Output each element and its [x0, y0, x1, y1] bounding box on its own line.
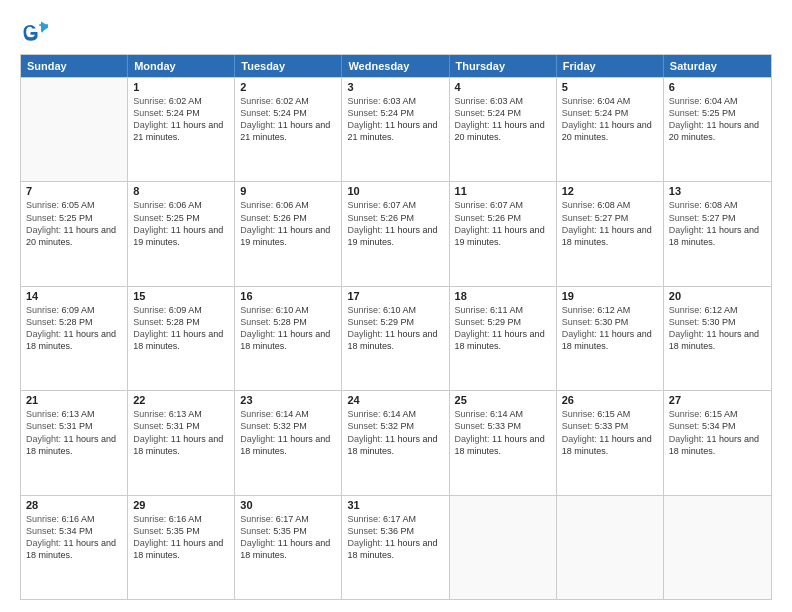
calendar-cell — [21, 78, 128, 181]
calendar-week-3: 14 Sunrise: 6:09 AM Sunset: 5:28 PM Dayl… — [21, 286, 771, 390]
calendar-cell: 21 Sunrise: 6:13 AM Sunset: 5:31 PM Dayl… — [21, 391, 128, 494]
day-number: 2 — [240, 81, 336, 93]
day-info: Sunrise: 6:08 AM Sunset: 5:27 PM Dayligh… — [669, 199, 766, 248]
day-number: 13 — [669, 185, 766, 197]
calendar-cell: 13 Sunrise: 6:08 AM Sunset: 5:27 PM Dayl… — [664, 182, 771, 285]
header-cell-monday: Monday — [128, 55, 235, 77]
day-number: 16 — [240, 290, 336, 302]
day-number: 10 — [347, 185, 443, 197]
day-number: 20 — [669, 290, 766, 302]
day-info: Sunrise: 6:07 AM Sunset: 5:26 PM Dayligh… — [347, 199, 443, 248]
day-info: Sunrise: 6:14 AM Sunset: 5:32 PM Dayligh… — [347, 408, 443, 457]
day-info: Sunrise: 6:07 AM Sunset: 5:26 PM Dayligh… — [455, 199, 551, 248]
day-info: Sunrise: 6:17 AM Sunset: 5:36 PM Dayligh… — [347, 513, 443, 562]
calendar-header: SundayMondayTuesdayWednesdayThursdayFrid… — [21, 55, 771, 77]
calendar-cell: 28 Sunrise: 6:16 AM Sunset: 5:34 PM Dayl… — [21, 496, 128, 599]
calendar-cell: 11 Sunrise: 6:07 AM Sunset: 5:26 PM Dayl… — [450, 182, 557, 285]
day-info: Sunrise: 6:06 AM Sunset: 5:25 PM Dayligh… — [133, 199, 229, 248]
calendar-cell: 17 Sunrise: 6:10 AM Sunset: 5:29 PM Dayl… — [342, 287, 449, 390]
header-cell-thursday: Thursday — [450, 55, 557, 77]
day-info: Sunrise: 6:03 AM Sunset: 5:24 PM Dayligh… — [455, 95, 551, 144]
calendar-body: 1 Sunrise: 6:02 AM Sunset: 5:24 PM Dayli… — [21, 77, 771, 599]
day-number: 24 — [347, 394, 443, 406]
day-info: Sunrise: 6:06 AM Sunset: 5:26 PM Dayligh… — [240, 199, 336, 248]
day-info: Sunrise: 6:05 AM Sunset: 5:25 PM Dayligh… — [26, 199, 122, 248]
calendar-cell: 9 Sunrise: 6:06 AM Sunset: 5:26 PM Dayli… — [235, 182, 342, 285]
day-number: 17 — [347, 290, 443, 302]
day-info: Sunrise: 6:04 AM Sunset: 5:24 PM Dayligh… — [562, 95, 658, 144]
calendar-week-2: 7 Sunrise: 6:05 AM Sunset: 5:25 PM Dayli… — [21, 181, 771, 285]
header — [20, 18, 772, 46]
calendar-week-1: 1 Sunrise: 6:02 AM Sunset: 5:24 PM Dayli… — [21, 77, 771, 181]
logo-icon — [20, 18, 48, 46]
calendar-cell: 20 Sunrise: 6:12 AM Sunset: 5:30 PM Dayl… — [664, 287, 771, 390]
header-cell-wednesday: Wednesday — [342, 55, 449, 77]
day-info: Sunrise: 6:12 AM Sunset: 5:30 PM Dayligh… — [562, 304, 658, 353]
day-info: Sunrise: 6:09 AM Sunset: 5:28 PM Dayligh… — [26, 304, 122, 353]
day-number: 19 — [562, 290, 658, 302]
day-info: Sunrise: 6:17 AM Sunset: 5:35 PM Dayligh… — [240, 513, 336, 562]
day-number: 31 — [347, 499, 443, 511]
day-number: 28 — [26, 499, 122, 511]
calendar-cell: 8 Sunrise: 6:06 AM Sunset: 5:25 PM Dayli… — [128, 182, 235, 285]
calendar-cell: 12 Sunrise: 6:08 AM Sunset: 5:27 PM Dayl… — [557, 182, 664, 285]
day-number: 1 — [133, 81, 229, 93]
day-number: 18 — [455, 290, 551, 302]
day-info: Sunrise: 6:03 AM Sunset: 5:24 PM Dayligh… — [347, 95, 443, 144]
day-number: 22 — [133, 394, 229, 406]
day-number: 11 — [455, 185, 551, 197]
svg-marker-1 — [41, 22, 48, 33]
day-number: 4 — [455, 81, 551, 93]
calendar-cell: 23 Sunrise: 6:14 AM Sunset: 5:32 PM Dayl… — [235, 391, 342, 494]
calendar-cell — [557, 496, 664, 599]
day-info: Sunrise: 6:02 AM Sunset: 5:24 PM Dayligh… — [133, 95, 229, 144]
calendar-cell: 15 Sunrise: 6:09 AM Sunset: 5:28 PM Dayl… — [128, 287, 235, 390]
header-cell-sunday: Sunday — [21, 55, 128, 77]
day-info: Sunrise: 6:04 AM Sunset: 5:25 PM Dayligh… — [669, 95, 766, 144]
day-number: 12 — [562, 185, 658, 197]
day-info: Sunrise: 6:16 AM Sunset: 5:35 PM Dayligh… — [133, 513, 229, 562]
day-number: 9 — [240, 185, 336, 197]
calendar-cell: 25 Sunrise: 6:14 AM Sunset: 5:33 PM Dayl… — [450, 391, 557, 494]
header-cell-saturday: Saturday — [664, 55, 771, 77]
day-number: 27 — [669, 394, 766, 406]
day-info: Sunrise: 6:10 AM Sunset: 5:29 PM Dayligh… — [347, 304, 443, 353]
day-info: Sunrise: 6:12 AM Sunset: 5:30 PM Dayligh… — [669, 304, 766, 353]
day-info: Sunrise: 6:02 AM Sunset: 5:24 PM Dayligh… — [240, 95, 336, 144]
calendar-cell: 22 Sunrise: 6:13 AM Sunset: 5:31 PM Dayl… — [128, 391, 235, 494]
day-number: 3 — [347, 81, 443, 93]
calendar-cell: 10 Sunrise: 6:07 AM Sunset: 5:26 PM Dayl… — [342, 182, 449, 285]
calendar-cell: 18 Sunrise: 6:11 AM Sunset: 5:29 PM Dayl… — [450, 287, 557, 390]
calendar-cell — [664, 496, 771, 599]
day-number: 5 — [562, 81, 658, 93]
day-number: 8 — [133, 185, 229, 197]
calendar-week-4: 21 Sunrise: 6:13 AM Sunset: 5:31 PM Dayl… — [21, 390, 771, 494]
calendar-cell: 26 Sunrise: 6:15 AM Sunset: 5:33 PM Dayl… — [557, 391, 664, 494]
day-info: Sunrise: 6:14 AM Sunset: 5:32 PM Dayligh… — [240, 408, 336, 457]
day-number: 29 — [133, 499, 229, 511]
calendar-cell: 31 Sunrise: 6:17 AM Sunset: 5:36 PM Dayl… — [342, 496, 449, 599]
day-info: Sunrise: 6:16 AM Sunset: 5:34 PM Dayligh… — [26, 513, 122, 562]
day-number: 21 — [26, 394, 122, 406]
calendar-cell: 6 Sunrise: 6:04 AM Sunset: 5:25 PM Dayli… — [664, 78, 771, 181]
calendar-cell: 2 Sunrise: 6:02 AM Sunset: 5:24 PM Dayli… — [235, 78, 342, 181]
page: SundayMondayTuesdayWednesdayThursdayFrid… — [0, 0, 792, 612]
calendar-cell: 7 Sunrise: 6:05 AM Sunset: 5:25 PM Dayli… — [21, 182, 128, 285]
day-info: Sunrise: 6:13 AM Sunset: 5:31 PM Dayligh… — [133, 408, 229, 457]
calendar-cell: 16 Sunrise: 6:10 AM Sunset: 5:28 PM Dayl… — [235, 287, 342, 390]
day-info: Sunrise: 6:13 AM Sunset: 5:31 PM Dayligh… — [26, 408, 122, 457]
day-number: 26 — [562, 394, 658, 406]
logo — [20, 18, 52, 46]
calendar-cell: 3 Sunrise: 6:03 AM Sunset: 5:24 PM Dayli… — [342, 78, 449, 181]
calendar-cell: 5 Sunrise: 6:04 AM Sunset: 5:24 PM Dayli… — [557, 78, 664, 181]
day-info: Sunrise: 6:08 AM Sunset: 5:27 PM Dayligh… — [562, 199, 658, 248]
day-number: 30 — [240, 499, 336, 511]
calendar-cell: 4 Sunrise: 6:03 AM Sunset: 5:24 PM Dayli… — [450, 78, 557, 181]
calendar-cell: 24 Sunrise: 6:14 AM Sunset: 5:32 PM Dayl… — [342, 391, 449, 494]
day-info: Sunrise: 6:09 AM Sunset: 5:28 PM Dayligh… — [133, 304, 229, 353]
header-cell-friday: Friday — [557, 55, 664, 77]
day-info: Sunrise: 6:10 AM Sunset: 5:28 PM Dayligh… — [240, 304, 336, 353]
calendar-cell: 27 Sunrise: 6:15 AM Sunset: 5:34 PM Dayl… — [664, 391, 771, 494]
calendar-week-5: 28 Sunrise: 6:16 AM Sunset: 5:34 PM Dayl… — [21, 495, 771, 599]
header-cell-tuesday: Tuesday — [235, 55, 342, 77]
